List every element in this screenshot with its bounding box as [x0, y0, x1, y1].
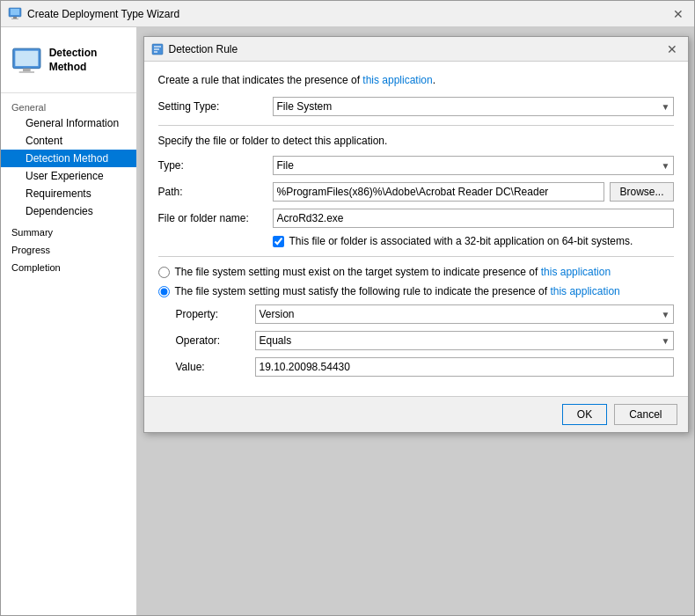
- browse-button[interactable]: Browse...: [610, 182, 673, 202]
- 32bit-label: This file or folder is associated with a…: [289, 235, 633, 247]
- wizard-close-button[interactable]: ✕: [669, 5, 687, 23]
- cancel-button[interactable]: Cancel: [614, 404, 677, 425]
- type-row: Type: File Folder ▼: [158, 156, 674, 175]
- modal-overlay: Detection Rule ✕ Create a rule that indi…: [137, 27, 694, 615]
- svg-rect-3: [11, 18, 18, 19]
- sidebar-item-general-information[interactable]: General Information: [1, 114, 136, 132]
- property-select[interactable]: Version Date Size: [255, 304, 674, 324]
- divider-1: [158, 125, 674, 126]
- sidebar-header-title: Detection Method: [49, 47, 126, 74]
- modal-titlebar: Detection Rule ✕: [144, 37, 688, 62]
- sidebar-item-requirements[interactable]: Requirements: [1, 185, 136, 202]
- wizard-titlebar-icon: [8, 7, 22, 21]
- file-folder-row: File or folder name:: [158, 209, 674, 228]
- sidebar-header: Detection Method: [1, 34, 136, 93]
- radio1-input[interactable]: [158, 267, 170, 278]
- radio2-link[interactable]: this application: [550, 285, 619, 297]
- wizard-sidebar: Detection Method General General Informa…: [1, 27, 137, 615]
- operator-label: Operator:: [176, 334, 255, 347]
- sidebar-item-completion[interactable]: Completion: [1, 259, 136, 275]
- operator-row: Operator: Equals Not equal to Greater th…: [176, 331, 674, 350]
- path-input[interactable]: [273, 182, 605, 202]
- type-select-wrapper: File Folder ▼: [273, 156, 674, 175]
- wizard-window: Create Deployment Type Wizard ✕ Detectio…: [0, 0, 695, 616]
- sidebar-item-detection-method[interactable]: Detection Method: [1, 150, 136, 167]
- modal-footer: OK Cancel: [144, 396, 688, 432]
- setting-type-select-wrapper: File System Registry Windows Installer ▼: [273, 97, 674, 116]
- sidebar-item-summary[interactable]: Summary: [1, 224, 136, 239]
- section2-intro: Specify the file or folder to detect thi…: [158, 135, 674, 147]
- radio1-row: The file system setting must exist on th…: [158, 266, 674, 278]
- sidebar-item-user-experience[interactable]: User Experience: [1, 167, 136, 185]
- property-row: Property: Version Date Size ▼: [176, 304, 674, 324]
- wizard-main: Detection Rule ✕ Create a rule that indi…: [137, 27, 694, 615]
- sidebar-item-dependencies[interactable]: Dependencies: [1, 202, 136, 220]
- svg-rect-1: [11, 9, 19, 15]
- svg-rect-7: [19, 71, 34, 73]
- file-folder-label: File or folder name:: [158, 212, 273, 224]
- radio2-label: The file system setting must satisfy the…: [175, 285, 620, 297]
- operator-select[interactable]: Equals Not equal to Greater than Less th…: [255, 331, 674, 350]
- modal-titlebar-left: Detection Rule: [151, 43, 238, 55]
- path-label: Path:: [158, 186, 273, 198]
- wizard-titlebar-title: Create Deployment Type Wizard: [27, 8, 179, 20]
- modal-titlebar-icon: [151, 43, 164, 55]
- modal-intro-link[interactable]: this application: [362, 74, 432, 86]
- value-label: Value:: [176, 361, 255, 373]
- setting-type-row: Setting Type: File System Registry Windo…: [158, 97, 674, 116]
- type-label: Type:: [158, 159, 273, 172]
- radio1-label: The file system setting must exist on th…: [175, 266, 611, 278]
- svg-rect-2: [13, 17, 17, 18]
- modal-close-button[interactable]: ✕: [663, 40, 681, 58]
- sidebar-item-content[interactable]: Content: [1, 132, 136, 150]
- file-folder-input[interactable]: [273, 209, 674, 228]
- type-select[interactable]: File Folder: [273, 156, 674, 175]
- svg-rect-6: [23, 69, 31, 71]
- 32bit-checkbox[interactable]: [273, 236, 284, 247]
- sub-form: Property: Version Date Size ▼: [176, 304, 674, 377]
- setting-type-label: Setting Type:: [158, 100, 273, 113]
- path-row: Path: Browse...: [158, 182, 674, 202]
- radio2-row: The file system setting must satisfy the…: [158, 285, 674, 297]
- sidebar-group-general: General: [1, 99, 136, 114]
- svg-rect-5: [15, 51, 38, 66]
- modal-intro: Create a rule that indicates the presenc…: [158, 74, 674, 86]
- sidebar-computer-icon: [11, 43, 42, 78]
- wizard-titlebar: Create Deployment Type Wizard ✕: [1, 1, 694, 27]
- wizard-body: Detection Method General General Informa…: [1, 27, 694, 615]
- value-row: Value:: [176, 357, 674, 377]
- modal-window: Detection Rule ✕ Create a rule that indi…: [143, 36, 689, 433]
- setting-type-select[interactable]: File System Registry Windows Installer: [273, 97, 674, 116]
- modal-titlebar-title: Detection Rule: [169, 43, 238, 55]
- divider-2: [158, 256, 674, 257]
- property-select-wrapper: Version Date Size ▼: [255, 304, 674, 324]
- property-label: Property:: [176, 308, 255, 320]
- operator-select-wrapper: Equals Not equal to Greater than Less th…: [255, 331, 674, 350]
- ok-button[interactable]: OK: [562, 404, 607, 425]
- wizard-titlebar-left: Create Deployment Type Wizard: [8, 7, 179, 21]
- radio2-input[interactable]: [158, 286, 170, 297]
- radio1-link[interactable]: this application: [541, 266, 611, 278]
- checkbox-row: This file or folder is associated with a…: [273, 235, 674, 247]
- modal-body: Create a rule that indicates the presenc…: [144, 62, 688, 396]
- value-input[interactable]: [255, 357, 674, 377]
- sidebar-item-progress[interactable]: Progress: [1, 241, 136, 257]
